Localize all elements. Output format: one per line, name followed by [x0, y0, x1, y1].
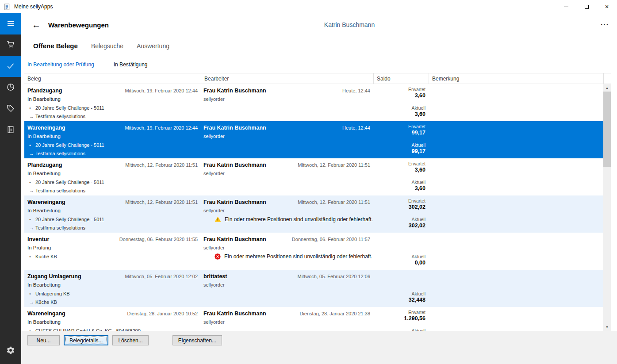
- column-header-bemerkung[interactable]: Bemerkung: [429, 73, 611, 84]
- tab-offene-belege[interactable]: Offene Belege: [33, 42, 78, 50]
- saldo-erwartet: [374, 233, 429, 251]
- beleg-title: Wareneingang: [27, 199, 65, 205]
- bearbeiter-date: Heute, 12:44: [342, 88, 370, 93]
- app-bar: ← Warenbewegungen Katrin Buschmann ···: [21, 13, 617, 36]
- gear-icon: [6, 346, 15, 356]
- beleg-date: Mittwoch, 19. Februar 2020 12:44: [125, 125, 198, 130]
- sidebar-item-checklist[interactable]: [0, 56, 21, 77]
- app-name: sellyorder: [203, 281, 374, 290]
- beleg-source-line: •20 Jahre Selly Challenge - 5011: [27, 215, 201, 224]
- bearbeiter-cell: Frau Katrin BuschmannDonnerstag, 06. Feb…: [201, 233, 374, 270]
- saldo-erwartet: Erwartet3,60: [374, 84, 429, 103]
- status-message: Ein oder mehrere Positionen sind unvolls…: [203, 252, 374, 261]
- beleg-target-line: →Testfirma sellysolutions: [27, 224, 201, 233]
- sidebar-item-pie-chart[interactable]: [0, 77, 21, 98]
- saldo-erwartet: [374, 270, 429, 288]
- error-icon: [215, 253, 221, 260]
- bullet-icon: •: [29, 180, 35, 185]
- table-row[interactable]: WareneingangMittwoch, 12. Februar 2020 1…: [24, 195, 603, 233]
- more-button[interactable]: ···: [601, 21, 609, 29]
- bearbeiter-cell: Frau Katrin BuschmannMittwoch, 12. Febru…: [201, 195, 374, 233]
- app-icon: [4, 3, 11, 10]
- app-name: sellyorder: [203, 207, 374, 215]
- beleg-source-line: •Küche KB: [27, 252, 201, 261]
- tab-auswertung[interactable]: Auswertung: [137, 42, 169, 50]
- scroll-up-button[interactable]: ▲: [603, 84, 611, 92]
- table-row[interactable]: WareneingangDienstag, 28. Januar 2020 10…: [24, 307, 603, 331]
- subtab-in-bestätigung[interactable]: In Bestätigung: [114, 61, 148, 70]
- button-löschen[interactable]: Löschen...: [112, 335, 148, 345]
- sidebar-item-menu[interactable]: [0, 13, 21, 34]
- minimize-button[interactable]: [556, 0, 576, 13]
- beleg-status: In Bearbeitung: [27, 95, 201, 104]
- bearbeiter-date: Mittwoch, 05. Februar 2020 12:06: [298, 274, 370, 279]
- sidebar-item-tag[interactable]: [0, 98, 21, 119]
- saldo-label-aktuell: Aktuell: [411, 180, 425, 185]
- user-name: Katrin Buschmann: [324, 21, 375, 28]
- message-text: Ein oder mehrere Positionen sind unvolls…: [225, 216, 373, 222]
- button-belegdetails[interactable]: Belegdetails...: [64, 335, 108, 345]
- saldo-aktuell: Aktuell0,00: [374, 251, 429, 270]
- tab-belegsuche[interactable]: Belegsuche: [91, 42, 123, 50]
- beleg-source-line: •CHEFS CULINAR GmbH & Co. KG - 504468200: [27, 326, 201, 331]
- bullet-icon: •: [29, 217, 35, 222]
- source-item: 20 Jahre Selly Challenge - 5011: [35, 217, 104, 222]
- beleg-date: Dienstag, 28. Januar 2020 10:52: [127, 311, 198, 316]
- sidebar-item-cart[interactable]: [0, 34, 21, 56]
- beleg-source-line: •20 Jahre Selly Challenge - 5011: [27, 141, 201, 149]
- beleg-status: In Bearbeitung: [27, 169, 201, 178]
- bullet-icon: •: [29, 291, 35, 296]
- scrollbar-thumb[interactable]: [603, 92, 611, 167]
- saldo-erwartet: Erwartet99,17: [374, 121, 429, 140]
- table-row[interactable]: Zugang UmlagerungMittwoch, 05. Februar 2…: [24, 270, 603, 307]
- bemerkung-cell: [429, 84, 603, 121]
- table-row[interactable]: PfandzugangMittwoch, 12. Februar 2020 11…: [24, 158, 603, 195]
- scroll-down-button[interactable]: ▼: [603, 323, 611, 331]
- arrow-icon: →: [29, 299, 35, 305]
- page-title: Warenbewegungen: [48, 21, 109, 29]
- beleg-date: Mittwoch, 12. Februar 2020 11:51: [125, 162, 198, 168]
- source-item: 20 Jahre Selly Challenge - 5011: [35, 105, 104, 111]
- button-neu[interactable]: Neu...: [27, 335, 60, 345]
- beleg-cell: InventurDonnerstag, 06. Februar 2020 11:…: [24, 233, 201, 270]
- back-button[interactable]: ←: [32, 20, 41, 29]
- bearbeiter-name: Frau Katrin Buschmann: [203, 125, 266, 131]
- bearbeiter-name: Frau Katrin Buschmann: [203, 162, 266, 168]
- bearbeiter-cell: Frau Katrin BuschmannMittwoch, 12. Febru…: [201, 158, 374, 195]
- saldo-cell: Erwartet3,60Aktuell3,60: [374, 158, 429, 195]
- beleg-status: In Bearbeitung: [27, 207, 201, 215]
- bearbeiter-name: Frau Katrin Buschmann: [203, 236, 266, 242]
- bearbeiter-date: Donnerstag, 06. Februar 2020 11:57: [292, 237, 370, 242]
- target-item: Testfirma sellysolutions: [35, 151, 85, 156]
- bearbeiter-date: Mittwoch, 12. Februar 2020 11:51: [298, 199, 370, 205]
- sidebar-item-journal[interactable]: [0, 119, 21, 141]
- app-name: sellyorder: [203, 132, 374, 141]
- bearbeiter-name: Frau Katrin Buschmann: [203, 310, 266, 317]
- sidebar-item-settings[interactable]: [0, 340, 21, 361]
- table-body: PfandzugangMittwoch, 19. Februar 2020 12…: [24, 84, 603, 331]
- saldo-cell: Erwartet1.290,56Aktuell: [374, 307, 429, 331]
- saldo-label-aktuell: Aktuell: [411, 291, 425, 296]
- close-button[interactable]: ✕: [597, 0, 617, 13]
- source-item: 20 Jahre Selly Challenge - 5011: [35, 142, 104, 148]
- column-header-bearbeiter[interactable]: Bearbeiter: [201, 73, 374, 84]
- menu-icon: [6, 19, 15, 29]
- table-row[interactable]: PfandzugangMittwoch, 19. Februar 2020 12…: [24, 84, 603, 121]
- beleg-title: Wareneingang: [27, 310, 65, 317]
- column-header-saldo[interactable]: Saldo: [374, 73, 429, 84]
- column-header-beleg[interactable]: Beleg: [24, 73, 201, 84]
- table-row[interactable]: InventurDonnerstag, 06. Februar 2020 11:…: [24, 233, 603, 270]
- bemerkung-cell: [429, 233, 603, 270]
- bearbeiter-date: Dienstag, 28. Januar 2020 21:38: [299, 311, 370, 316]
- beleg-date: Mittwoch, 12. Februar 2020 11:51: [125, 199, 198, 205]
- bemerkung-cell: [429, 307, 603, 331]
- beleg-source-line: •20 Jahre Selly Challenge - 5011: [27, 178, 201, 187]
- target-item: Testfirma sellysolutions: [35, 225, 85, 230]
- maximize-button[interactable]: [576, 0, 597, 13]
- arrow-icon: →: [29, 151, 35, 156]
- bearbeiter-name: Frau Katrin Buschmann: [203, 88, 266, 94]
- table-row[interactable]: WareneingangMittwoch, 19. Februar 2020 1…: [24, 121, 603, 158]
- button-eigenschaften[interactable]: Eigenschaften...: [172, 335, 222, 345]
- scrollbar[interactable]: ▲ ▼: [603, 84, 611, 331]
- subtab-in-bearbeitung-oder-prüfung[interactable]: In Bearbeitung oder Prüfung: [27, 61, 94, 70]
